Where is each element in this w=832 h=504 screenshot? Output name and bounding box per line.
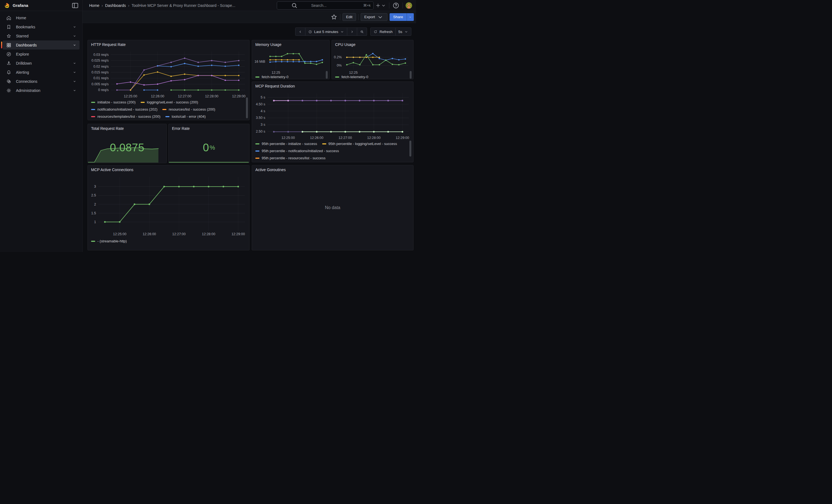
time-range-picker[interactable]: Last 5 minutes: [305, 27, 347, 36]
legend-item[interactable]: 95th percentile - notifications/initiali…: [255, 148, 339, 154]
legend-item[interactable]: 95th percentile - resources/list - succe…: [255, 155, 326, 161]
chevron-down-icon[interactable]: [72, 88, 77, 93]
legend-item[interactable]: tools/call - error (404): [165, 113, 206, 120]
legend-item[interactable]: 95th percentile - logging/setLevel - suc…: [322, 140, 397, 147]
refresh-icon: [373, 30, 378, 34]
no-data-message: No data: [252, 165, 413, 250]
legend-scrollbar[interactable]: [410, 71, 412, 79]
sidebar-item-home[interactable]: Home: [3, 13, 79, 22]
panel-title[interactable]: HTTP Request Rate: [91, 43, 126, 47]
main-content: Edit Export Share: [82, 11, 416, 252]
chevron-down-icon[interactable]: [72, 34, 77, 38]
legend-swatch: [255, 158, 259, 159]
grafana-logo-icon[interactable]: [4, 2, 10, 8]
connections-icon: [6, 79, 11, 84]
svg-text:0%: 0%: [337, 63, 342, 68]
legend-label: 95th percentile - resources/templates/li…: [262, 162, 342, 162]
svg-text:5 s: 5 s: [261, 96, 265, 99]
help-button[interactable]: [392, 2, 400, 9]
svg-text:12:28:00: 12:28:00: [202, 232, 215, 236]
legend-scrollbar[interactable]: [246, 97, 248, 118]
sidebar-item-bookmarks[interactable]: Bookmarks: [3, 22, 79, 31]
stat-value: 0.0875: [110, 141, 144, 154]
time-shift-forward-button[interactable]: [347, 27, 357, 36]
svg-text:0.015 req/s: 0.015 req/s: [92, 71, 109, 74]
star-icon: [330, 13, 338, 21]
svg-text:2.50 s: 2.50 s: [256, 130, 265, 133]
chevron-left-icon: [298, 30, 302, 34]
panel-title[interactable]: MCP Request Duration: [255, 84, 295, 88]
user-avatar[interactable]: [406, 2, 412, 9]
export-button[interactable]: Export: [361, 13, 387, 21]
chevron-right-icon: [350, 30, 354, 34]
svg-text:12:29:00: 12:29:00: [396, 136, 409, 140]
edit-button[interactable]: Edit: [342, 13, 356, 21]
legend-swatch: [255, 143, 259, 144]
sidebar-item-drilldown[interactable]: Drilldown: [3, 59, 79, 68]
stat-unit: %: [210, 144, 215, 151]
svg-text:1: 1: [94, 220, 96, 224]
sidebar-item-starred[interactable]: Starred: [3, 31, 79, 41]
svg-text:0.02 req/s: 0.02 req/s: [93, 65, 109, 69]
search-input[interactable]: ⌘+k: [277, 1, 374, 10]
sidebar-item-explore[interactable]: Explore: [3, 50, 79, 59]
legend-scrollbar[interactable]: [326, 71, 328, 79]
star-dashboard-button[interactable]: [330, 13, 338, 21]
cpu-legend: fetch-telemetry-0: [335, 73, 409, 79]
panel-title[interactable]: Active Goroutines: [255, 167, 286, 172]
legend-item[interactable]: 95th percentile - initialize - success: [255, 140, 317, 147]
sidebar-toggle-icon[interactable]: [71, 2, 79, 9]
legend-item[interactable]: resources/templates/list - success (200): [91, 113, 160, 120]
legend-item[interactable]: 95th percentile - resources/templates/li…: [255, 162, 342, 162]
chevron-down-icon[interactable]: [72, 70, 77, 75]
svg-text:12:28:00: 12:28:00: [205, 95, 218, 98]
legend-item[interactable]: notifications/initialized - success (202…: [91, 106, 157, 113]
stat: 0 %: [168, 124, 249, 163]
svg-text:16 MiB: 16 MiB: [255, 60, 265, 63]
breadcrumb-home[interactable]: Home: [89, 3, 99, 8]
time-shift-back-button[interactable]: [295, 27, 305, 36]
chevron-down-icon[interactable]: [72, 79, 77, 84]
sidebar-item-dashboards[interactable]: Dashboards: [3, 41, 79, 50]
legend-item[interactable]: resources/list - success (200): [162, 106, 215, 113]
chevron-down-icon: [381, 2, 386, 9]
chevron-down-icon[interactable]: [72, 61, 77, 65]
zoom-out-time-button[interactable]: [357, 27, 367, 36]
sidebar-item-administration[interactable]: Administration: [3, 86, 79, 95]
chevron-down-icon: [340, 30, 344, 34]
add-button[interactable]: [375, 2, 386, 9]
search-field[interactable]: [311, 3, 361, 8]
breadcrumb-dashboards[interactable]: Dashboards: [105, 3, 126, 8]
legend-item[interactable]: logging/setLevel - success (200): [140, 99, 198, 106]
chevron-down-icon[interactable]: [72, 25, 77, 29]
nav-left: Grafana: [0, 0, 82, 11]
legend-scrollbar[interactable]: [409, 140, 411, 157]
chevron-down-icon[interactable]: [72, 43, 77, 47]
refresh-button[interactable]: Refresh: [370, 27, 395, 36]
sidebar-item-connections[interactable]: Connections: [3, 77, 79, 86]
compass-icon: [6, 51, 11, 57]
svg-text:12:25:00: 12:25:00: [282, 136, 295, 140]
breadcrumb-separator: ›: [128, 3, 130, 8]
svg-text:2: 2: [94, 203, 96, 206]
top-nav: Grafana Home › Dashboards › ToolHive MCP…: [0, 0, 416, 11]
panel-total-request-rate: Total Request Rate 0.0875: [87, 124, 167, 163]
legend-item[interactable]: initialize - success (200): [91, 99, 136, 106]
share-menu-button[interactable]: [407, 13, 414, 21]
sidebar: Home Bookmarks Starred Dashboards Explor…: [0, 11, 82, 252]
legend-swatch: [335, 77, 339, 78]
panel-title[interactable]: Memory Usage: [255, 43, 282, 47]
refresh-interval-picker[interactable]: 5s: [395, 27, 411, 36]
zoom-out-icon: [360, 30, 364, 34]
legend-item[interactable]: - (streamable-http): [91, 238, 127, 244]
legend-item[interactable]: fetch-telemetry-0: [255, 74, 289, 79]
legend-swatch: [322, 143, 326, 144]
legend-item[interactable]: fetch-telemetry-0: [335, 74, 368, 79]
grafana-app: Grafana Home › Dashboards › ToolHive MCP…: [0, 0, 416, 252]
panel-title[interactable]: MCP Active Connections: [91, 167, 133, 172]
legend-swatch: [91, 109, 95, 110]
share-button[interactable]: Share: [390, 13, 407, 21]
legend-label: 95th percentile - initialize - success: [262, 140, 317, 147]
panel-title[interactable]: CPU Usage: [335, 43, 356, 47]
sidebar-item-alerting[interactable]: Alerting: [3, 68, 79, 77]
